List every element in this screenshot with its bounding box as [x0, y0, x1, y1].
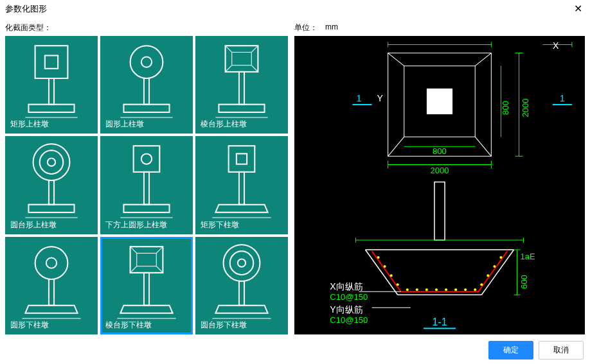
dialog-title: 参数化图形 — [5, 3, 47, 15]
svg-rect-7 — [144, 78, 149, 105]
svg-rect-30 — [229, 146, 255, 173]
svg-point-100 — [464, 288, 467, 291]
svg-point-97 — [435, 288, 438, 291]
svg-point-90 — [377, 256, 380, 259]
svg-rect-85 — [434, 182, 445, 239]
svg-text:X: X — [553, 40, 559, 51]
svg-line-87 — [365, 250, 397, 295]
svg-text:800: 800 — [433, 146, 447, 156]
svg-point-95 — [416, 288, 418, 291]
svg-text:C10@150: C10@150 — [330, 315, 368, 325]
svg-rect-31 — [237, 154, 247, 164]
svg-rect-52 — [239, 281, 244, 306]
svg-rect-16 — [239, 72, 244, 105]
svg-point-6 — [141, 57, 152, 67]
svg-rect-45 — [137, 253, 156, 266]
svg-marker-53 — [215, 305, 267, 313]
close-icon[interactable]: ✕ — [571, 3, 585, 15]
ok-button[interactable]: 确定 — [488, 341, 533, 360]
svg-point-96 — [425, 288, 428, 291]
svg-line-13 — [226, 65, 232, 72]
svg-marker-38 — [25, 305, 77, 313]
header-row: 化截面类型： 单位： mm — [0, 17, 590, 36]
shape-label: 圆台形上柱墩 — [10, 220, 57, 230]
svg-rect-22 — [49, 180, 54, 205]
svg-point-49 — [224, 245, 260, 281]
svg-line-88 — [481, 250, 514, 295]
shape-label: 圆台形下柱墩 — [201, 320, 247, 331]
shape-cell-frustum-down[interactable]: 棱台形下柱墩 — [100, 237, 193, 334]
svg-point-26 — [141, 154, 152, 164]
svg-rect-37 — [49, 279, 54, 306]
shape-label: 下方上圆形上柱墩 — [105, 220, 167, 230]
shape-cell-frustum-up[interactable]: 棱台形上柱墩 — [195, 36, 288, 134]
svg-line-11 — [226, 46, 232, 52]
preview-panel: X Y 800 2000 800 2000 1 1 — [294, 36, 585, 334]
svg-point-98 — [445, 288, 447, 291]
shape-label: 圆形下柱墩 — [10, 320, 49, 331]
svg-rect-0 — [35, 46, 68, 78]
svg-rect-23 — [28, 205, 74, 212]
shape-cell-circle-down[interactable]: 圆形下柱墩 — [5, 237, 98, 334]
unit-label: 单位： — [294, 22, 317, 33]
svg-text:1aE: 1aE — [521, 252, 536, 261]
svg-point-104 — [493, 265, 496, 268]
svg-point-93 — [397, 283, 399, 286]
unit-value: mm — [325, 22, 338, 33]
svg-rect-32 — [239, 172, 244, 205]
svg-point-19 — [33, 144, 70, 181]
shape-cell-rect-up[interactable]: 矩形上柱墩 — [5, 36, 98, 134]
svg-text:800: 800 — [501, 101, 510, 115]
parametric-shape-dialog: 参数化图形 ✕ 化截面类型： 单位： mm 矩形上柱墩 — [0, 0, 590, 364]
section-type-label: 化截面类型： — [5, 23, 51, 32]
svg-rect-17 — [219, 105, 264, 112]
shape-grid: 矩形上柱墩 圆形上柱墩 — [5, 36, 288, 334]
svg-line-59 — [388, 137, 404, 156]
svg-line-12 — [251, 46, 258, 52]
svg-line-14 — [251, 65, 258, 72]
svg-rect-2 — [49, 78, 54, 105]
svg-rect-46 — [144, 273, 149, 306]
shape-cell-cone-up[interactable]: 圆台形上柱墩 — [5, 136, 98, 234]
svg-text:1: 1 — [357, 93, 362, 103]
svg-rect-40 — [130, 247, 163, 273]
svg-point-101 — [474, 288, 476, 291]
svg-line-41 — [130, 247, 137, 253]
svg-point-21 — [48, 159, 55, 166]
svg-point-99 — [454, 288, 457, 291]
svg-rect-27 — [144, 172, 149, 205]
shape-cell-circle-up[interactable]: 圆形上柱墩 — [100, 36, 193, 134]
shape-cell-cone-down[interactable]: 圆台形下柱墩 — [195, 237, 288, 334]
svg-rect-1 — [45, 55, 58, 68]
dialog-footer: 确定 取消 — [0, 334, 590, 364]
svg-marker-47 — [120, 305, 172, 313]
svg-rect-25 — [134, 146, 160, 173]
svg-point-5 — [130, 46, 163, 78]
svg-text:2000: 2000 — [430, 166, 449, 175]
svg-text:Y向纵筋: Y向纵筋 — [330, 304, 362, 315]
svg-text:X向纵筋: X向纵筋 — [330, 281, 362, 291]
svg-point-50 — [230, 251, 254, 275]
shape-cell-square-circle-up[interactable]: 下方上圆形上柱墩 — [100, 136, 193, 234]
svg-line-44 — [156, 266, 163, 272]
shape-label: 棱台形下柱墩 — [105, 320, 152, 331]
svg-text:C10@150: C10@150 — [330, 292, 368, 302]
svg-point-92 — [390, 274, 393, 277]
svg-point-105 — [499, 256, 502, 259]
preview-drawing: X Y 800 2000 800 2000 1 1 — [294, 36, 585, 334]
svg-line-57 — [388, 53, 404, 66]
shape-cell-rect-down[interactable]: 矩形下柱墩 — [195, 136, 288, 234]
svg-line-43 — [130, 266, 137, 272]
cancel-button[interactable]: 取消 — [539, 341, 584, 360]
svg-text:2000: 2000 — [521, 98, 530, 117]
shape-label: 矩形下柱墩 — [201, 220, 239, 230]
svg-marker-33 — [215, 205, 267, 212]
svg-line-42 — [156, 247, 163, 253]
shape-label: 棱台形上柱墩 — [201, 119, 247, 130]
svg-rect-10 — [226, 46, 258, 72]
svg-point-103 — [487, 274, 489, 277]
svg-rect-61 — [427, 89, 452, 114]
shape-label: 圆形上柱墩 — [105, 119, 144, 130]
svg-rect-3 — [28, 105, 74, 112]
svg-rect-8 — [123, 105, 169, 112]
